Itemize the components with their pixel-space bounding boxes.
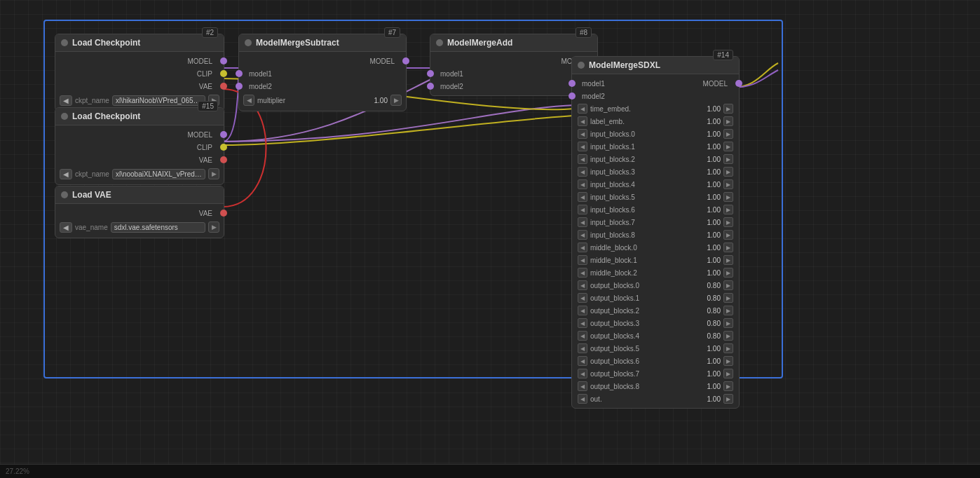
vae-value[interactable]: sdxl.vae.safetensors (111, 222, 205, 233)
port-model2-in-8[interactable] (427, 83, 434, 90)
vae-right-btn[interactable]: ▶ (208, 221, 219, 233)
sdxl-param-arr-l-9[interactable]: ◀ (578, 217, 587, 227)
port-model2-in-7[interactable] (236, 83, 243, 90)
sdxl-param-val-8: 1.00 (696, 206, 721, 214)
node-badge-2: #15 (198, 101, 218, 111)
load-checkpoint-1-node[interactable]: #2 Load Checkpoint MODEL CLIP VAE ◀ ckpt… (55, 34, 224, 111)
sdxl-param-row-22: ◀ output_blocks.8 1.00 ▶ (572, 380, 739, 392)
sdxl-param-arr-r-18[interactable]: ▶ (723, 331, 733, 341)
sdxl-param-arr-l-8[interactable]: ◀ (578, 205, 587, 214)
sdxl-param-val-2: 1.00 (696, 130, 721, 138)
ckpt-left-btn-1[interactable]: ◀ (60, 95, 72, 106)
sdxl-param-arr-r-11[interactable]: ▶ (723, 243, 733, 252)
model-merge-sdxl-node[interactable]: #14 ModelMergeSDXL model1 MODEL model2 ◀… (571, 56, 740, 409)
sdxl-param-arr-r-7[interactable]: ▶ (723, 192, 733, 202)
sdxl-param-arr-l-10[interactable]: ◀ (578, 230, 587, 240)
vae-left-btn[interactable]: ◀ (60, 222, 72, 233)
sdxl-param-arr-r-14[interactable]: ▶ (723, 280, 733, 290)
sdxl-param-arr-l-11[interactable]: ◀ (578, 243, 587, 252)
bottom-bar: 27.22% (0, 464, 980, 478)
slider-left-7[interactable]: ◀ (243, 95, 254, 106)
sdxl-param-arr-r-0[interactable]: ▶ (723, 104, 733, 114)
port-label-model1-8: model1 (430, 70, 469, 78)
sdxl-param-arr-l-21[interactable]: ◀ (578, 369, 587, 378)
sdxl-param-arr-r-4[interactable]: ▶ (723, 154, 733, 164)
port-model-out-1[interactable] (220, 57, 227, 64)
sdxl-param-name-21: output_blocks.7 (590, 370, 693, 378)
sdxl-param-row-16: ◀ output_blocks.2 0.80 ▶ (572, 304, 739, 317)
sdxl-param-arr-l-2[interactable]: ◀ (578, 129, 587, 139)
port-model-out-7[interactable] (402, 57, 409, 64)
slider-right-7[interactable]: ▶ (390, 95, 402, 106)
sdxl-param-arr-r-21[interactable]: ▶ (723, 369, 733, 378)
sdxl-param-name-15: output_blocks.1 (590, 294, 693, 302)
port-clip-out-1[interactable] (220, 70, 227, 77)
sdxl-param-arr-l-18[interactable]: ◀ (578, 331, 587, 341)
sdxl-param-arr-l-5[interactable]: ◀ (578, 167, 587, 177)
sdxl-param-arr-l-22[interactable]: ◀ (578, 381, 587, 391)
port-model2-in-14[interactable] (569, 93, 576, 100)
sdxl-param-arr-r-13[interactable]: ▶ (723, 268, 733, 278)
port-model1-in-8[interactable] (427, 70, 434, 77)
sdxl-param-val-19: 1.00 (696, 345, 721, 353)
sdxl-param-arr-r-17[interactable]: ▶ (723, 318, 733, 328)
sdxl-param-arr-l-15[interactable]: ◀ (578, 293, 587, 303)
sdxl-param-arr-r-22[interactable]: ▶ (723, 381, 733, 391)
port-clip-out-2[interactable] (220, 144, 227, 151)
sdxl-param-arr-l-17[interactable]: ◀ (578, 318, 587, 328)
sdxl-param-arr-r-15[interactable]: ▶ (723, 293, 733, 303)
sdxl-param-row-20: ◀ output_blocks.6 1.00 ▶ (572, 355, 739, 367)
load-checkpoint-2-node[interactable]: #15 Load Checkpoint MODEL CLIP VAE ◀ ckp… (55, 107, 224, 185)
port-model-out-14[interactable] (735, 80, 742, 87)
ckpt-left-btn-2[interactable]: ◀ (60, 169, 72, 179)
node-canvas[interactable]: #2 Load Checkpoint MODEL CLIP VAE ◀ ckpt… (0, 0, 980, 478)
sdxl-param-arr-r-9[interactable]: ▶ (723, 217, 733, 227)
sdxl-param-arr-r-3[interactable]: ▶ (723, 142, 733, 151)
sdxl-param-arr-r-6[interactable]: ▶ (723, 179, 733, 189)
port-vae-out-2[interactable] (220, 156, 227, 163)
sdxl-param-arr-l-3[interactable]: ◀ (578, 142, 587, 151)
sdxl-param-arr-l-20[interactable]: ◀ (578, 356, 587, 366)
port-row-model1-in-7: model1 (239, 67, 406, 80)
sdxl-param-row-3: ◀ input_blocks.1 1.00 ▶ (572, 140, 739, 153)
sdxl-param-arr-l-23[interactable]: ◀ (578, 394, 587, 404)
port-model1-in-7[interactable] (236, 70, 243, 77)
port-vae-out-1[interactable] (220, 83, 227, 90)
sdxl-param-arr-r-2[interactable]: ▶ (723, 129, 733, 139)
sdxl-param-arr-r-5[interactable]: ▶ (723, 167, 733, 177)
model-merge-subtract-node[interactable]: #7 ModelMergeSubtract MODEL model1 model… (238, 34, 407, 111)
sdxl-param-arr-l-13[interactable]: ◀ (578, 268, 587, 278)
sdxl-param-val-13: 1.00 (696, 269, 721, 277)
sdxl-param-arr-r-20[interactable]: ▶ (723, 356, 733, 366)
sdxl-param-name-0: time_embed. (590, 105, 693, 113)
sdxl-param-arr-r-12[interactable]: ▶ (723, 255, 733, 265)
sdxl-param-arr-l-0[interactable]: ◀ (578, 104, 587, 114)
sdxl-param-name-12: middle_block.1 (590, 257, 693, 264)
port-row-vae-1: VAE (55, 80, 224, 93)
sdxl-param-name-6: input_blocks.4 (590, 181, 693, 189)
sdxl-param-arr-r-1[interactable]: ▶ (723, 116, 733, 126)
sdxl-param-arr-r-23[interactable]: ▶ (723, 394, 733, 404)
load-vae-node[interactable]: Load VAE VAE ◀ vae_name sdxl.vae.safeten… (55, 186, 224, 238)
ckpt-value-1[interactable]: xl\hikariNoob\VPred_065.safet... (112, 95, 205, 106)
sdxl-param-arr-l-6[interactable]: ◀ (578, 179, 587, 189)
sdxl-param-arr-r-16[interactable]: ▶ (723, 306, 733, 315)
sdxl-param-arr-l-14[interactable]: ◀ (578, 280, 587, 290)
sdxl-param-arr-r-10[interactable]: ▶ (723, 230, 733, 240)
ckpt-right-btn-2[interactable]: ▶ (208, 168, 219, 179)
sdxl-param-name-17: output_blocks.3 (590, 320, 693, 327)
sdxl-param-val-18: 0.80 (696, 332, 721, 340)
sdxl-param-arr-r-8[interactable]: ▶ (723, 205, 733, 214)
port-model1-in-14[interactable] (569, 80, 576, 87)
sdxl-param-arr-l-4[interactable]: ◀ (578, 154, 587, 164)
port-model-out-2[interactable] (220, 131, 227, 138)
sdxl-param-arr-l-19[interactable]: ◀ (578, 343, 587, 353)
ckpt-value-2[interactable]: xl\noobaiXLNAIXL_vPred06V... (112, 169, 205, 179)
sdxl-param-arr-l-1[interactable]: ◀ (578, 116, 587, 126)
sdxl-param-arr-l-12[interactable]: ◀ (578, 255, 587, 265)
sdxl-param-arr-l-7[interactable]: ◀ (578, 192, 587, 202)
port-vae-node-out[interactable] (220, 210, 227, 217)
sdxl-param-arr-r-19[interactable]: ▶ (723, 343, 733, 353)
sdxl-param-arr-l-16[interactable]: ◀ (578, 306, 587, 315)
port-label-model-out-14: MODEL (697, 80, 739, 88)
